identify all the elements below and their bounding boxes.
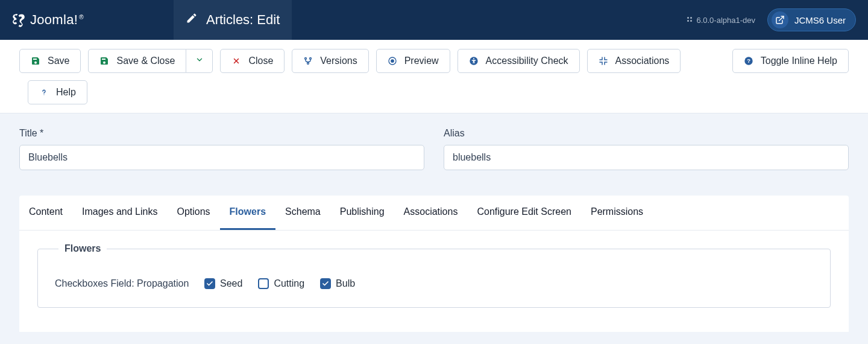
- chevron-down-icon: [195, 56, 204, 66]
- svg-point-3: [690, 20, 692, 22]
- svg-point-10: [391, 60, 393, 62]
- user-name: JCMS6 User: [794, 15, 846, 25]
- tab-associations[interactable]: Associations: [394, 196, 468, 230]
- checkbox-box-icon: [320, 278, 331, 289]
- external-link-icon: [772, 11, 788, 28]
- svg-point-15: [43, 94, 44, 95]
- associations-label: Associations: [615, 56, 670, 66]
- page-title-bar: Articles: Edit: [174, 0, 292, 40]
- eye-icon: [388, 56, 397, 66]
- tab-publishing[interactable]: Publishing: [330, 196, 394, 230]
- topbar-right: 6.0.0-alpha1-dev JCMS6 User: [686, 0, 868, 40]
- tab-flowers[interactable]: Flowers: [220, 196, 275, 230]
- versions-button[interactable]: Versions: [292, 49, 368, 73]
- alias-label: Alias: [444, 128, 849, 139]
- save-icon: [31, 56, 40, 66]
- fieldset-legend: Flowers: [58, 243, 107, 254]
- close-icon: [231, 56, 241, 66]
- svg-text:?: ?: [747, 58, 750, 64]
- alias-input[interactable]: [444, 145, 849, 170]
- svg-point-0: [687, 17, 689, 19]
- versions-label: Versions: [320, 56, 357, 66]
- save-button[interactable]: Save: [19, 49, 81, 73]
- tabs-container: ContentImages and LinksOptionsFlowersSch…: [19, 196, 849, 332]
- checkbox-field-row: Checkboxes Field: Propagation SeedCuttin…: [52, 278, 816, 289]
- page-title: Articles: Edit: [206, 12, 280, 28]
- close-button[interactable]: Close: [220, 49, 285, 73]
- tab-permissions[interactable]: Permissions: [581, 196, 653, 230]
- form-area: Title * Alias: [0, 113, 868, 176]
- title-input[interactable]: [19, 145, 424, 170]
- brand[interactable]: Joomla!®: [0, 0, 174, 40]
- checkbox-bulb[interactable]: Bulb: [320, 278, 355, 289]
- tabs: ContentImages and LinksOptionsFlowersSch…: [19, 196, 849, 231]
- joomla-small-icon: [686, 16, 693, 25]
- checkbox-label: Bulb: [336, 278, 355, 289]
- toolbar: Save Save & Close Close: [0, 40, 868, 113]
- checkbox-options: SeedCuttingBulb: [204, 278, 355, 289]
- checkbox-box-icon: [258, 278, 269, 289]
- version-text: 6.0.0-alpha1-dev: [696, 16, 755, 25]
- topbar: Joomla!® Articles: Edit 6.0.0-alpha1-dev…: [0, 0, 868, 40]
- branch-icon: [303, 56, 313, 66]
- alias-field: Alias: [444, 128, 849, 170]
- toggle-help-label: Toggle Inline Help: [761, 56, 837, 66]
- tab-schema[interactable]: Schema: [275, 196, 330, 230]
- pencil-icon: [186, 12, 198, 28]
- accessibility-button[interactable]: Accessibility Check: [458, 49, 580, 73]
- accessibility-icon: [469, 56, 479, 66]
- checkbox-box-icon: [204, 278, 215, 289]
- preview-label: Preview: [404, 56, 439, 66]
- brand-name: Joomla!®: [30, 12, 84, 28]
- preview-button[interactable]: Preview: [376, 49, 450, 73]
- tab-options[interactable]: Options: [167, 196, 219, 230]
- question-circle-icon: ?: [744, 56, 753, 66]
- checkbox-label: Seed: [220, 278, 242, 289]
- checkbox-cutting[interactable]: Cutting: [258, 278, 304, 289]
- version-tag[interactable]: 6.0.0-alpha1-dev: [686, 16, 755, 25]
- help-button[interactable]: Help: [28, 80, 87, 104]
- save-close-button[interactable]: Save & Close: [88, 49, 186, 73]
- svg-point-1: [690, 17, 692, 19]
- svg-point-12: [473, 58, 474, 59]
- associations-button[interactable]: Associations: [587, 49, 681, 73]
- tab-body: Flowers Checkboxes Field: Propagation Se…: [19, 231, 849, 332]
- checkbox-seed[interactable]: Seed: [204, 278, 242, 289]
- toggle-inline-help-button[interactable]: ? Toggle Inline Help: [732, 49, 849, 73]
- question-icon: [39, 88, 49, 97]
- tab-configure-edit[interactable]: Configure Edit Screen: [467, 196, 581, 230]
- flowers-fieldset: Flowers Checkboxes Field: Propagation Se…: [37, 249, 831, 308]
- save-close-group: Save & Close: [88, 49, 213, 73]
- title-field: Title *: [19, 128, 424, 170]
- joomla-logo-icon: [10, 11, 27, 28]
- help-label: Help: [56, 87, 76, 98]
- contract-icon: [599, 56, 608, 66]
- user-menu[interactable]: JCMS6 User: [767, 8, 856, 31]
- save-icon: [99, 56, 109, 66]
- checkbox-field-label: Checkboxes Field: Propagation: [52, 278, 191, 289]
- title-label: Title *: [19, 128, 424, 139]
- accessibility-label: Accessibility Check: [486, 56, 568, 66]
- save-label: Save: [48, 56, 69, 66]
- checkbox-label: Cutting: [274, 278, 304, 289]
- svg-point-2: [687, 20, 689, 22]
- save-close-label: Save & Close: [116, 56, 175, 66]
- tab-content[interactable]: Content: [19, 196, 72, 230]
- save-close-dropdown[interactable]: [186, 49, 213, 73]
- tab-images-links[interactable]: Images and Links: [72, 196, 167, 230]
- close-label: Close: [248, 56, 273, 66]
